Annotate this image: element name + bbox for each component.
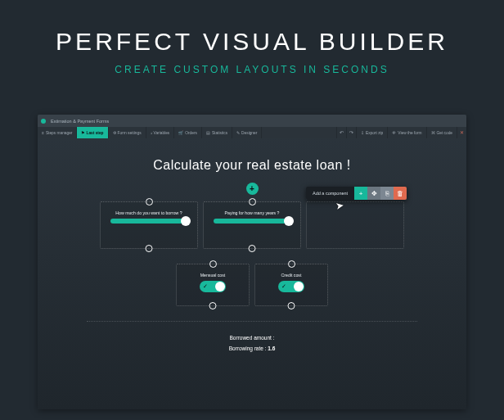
- tab-variables[interactable]: 𝑥Variables: [146, 127, 175, 138]
- divider: [87, 321, 417, 322]
- tab-statistics[interactable]: ▤Statistics: [202, 127, 232, 138]
- port-bottom-icon[interactable]: [249, 245, 256, 252]
- hero-title: PERFECT VISUAL BUILDER: [0, 28, 504, 56]
- popover-delete-button[interactable]: 🗑: [394, 187, 407, 200]
- get-code-button[interactable]: ⌘Get code: [426, 127, 457, 138]
- check-icon: ✓: [281, 283, 286, 290]
- card-borrow-amount[interactable]: How much do you want to borrow ?: [100, 201, 198, 249]
- close-button[interactable]: ✕: [457, 127, 466, 138]
- chart-icon: ▤: [206, 130, 210, 135]
- redo-button[interactable]: ↷: [346, 127, 356, 138]
- port-bottom-icon[interactable]: [288, 302, 295, 309]
- hero-subtitle: CREATE CUSTOM LAYOUTS IN SECONDS: [0, 64, 504, 75]
- tab-form-settings[interactable]: ⚙Form settings: [109, 127, 146, 138]
- eye-icon: 👁: [392, 131, 396, 135]
- summary-rate: Borrowing rate : 1.6: [87, 345, 417, 351]
- row-2: Mensual cost ✓ Credit cost ✓: [87, 264, 417, 306]
- port-top-icon[interactable]: [146, 198, 153, 205]
- toggle-mensual[interactable]: ✓: [200, 281, 226, 292]
- popover-label: Add a component: [306, 187, 354, 200]
- popover-add-button[interactable]: +: [354, 187, 367, 200]
- port-bottom-icon[interactable]: [146, 245, 153, 252]
- app-window: Estimation & Payment Forms ≡Steps manage…: [38, 115, 466, 409]
- popover-move-button[interactable]: ✥: [367, 187, 380, 200]
- port-top-icon[interactable]: [288, 260, 295, 268]
- popover-duplicate-button[interactable]: ⎘: [380, 187, 394, 200]
- drop-target-empty[interactable]: [306, 201, 404, 249]
- port-bottom-icon[interactable]: [209, 302, 217, 309]
- summary-block: Borrowed amount : Borrowing rate : 1.6: [87, 335, 417, 351]
- card-years[interactable]: Paying for how many years ?: [203, 201, 301, 249]
- code-icon: ⌘: [431, 131, 435, 135]
- list-icon: ≡: [42, 130, 44, 135]
- cart-icon: 🛒: [178, 130, 183, 135]
- tab-last-step[interactable]: ⚑Last step: [77, 127, 108, 138]
- port-top-icon[interactable]: [209, 260, 217, 268]
- export-zip-button[interactable]: ⇩Export zip: [356, 127, 387, 138]
- form-heading: Calculate your real estate loan !: [87, 158, 417, 173]
- check-icon: ✓: [203, 283, 208, 290]
- slider-years[interactable]: [214, 219, 290, 224]
- tab-orders[interactable]: 🛒Orders: [174, 127, 202, 138]
- summary-rate-value: 1.6: [268, 345, 275, 351]
- slider-borrow[interactable]: [110, 219, 187, 224]
- titlebar: Estimation & Payment Forms: [38, 115, 466, 127]
- app-logo-icon: [41, 119, 46, 124]
- variable-icon: 𝑥: [151, 130, 152, 136]
- zip-icon: ⇩: [361, 131, 364, 135]
- flag-icon: ⚑: [81, 130, 84, 135]
- gear-icon: ⚙: [113, 130, 116, 135]
- summary-amount: Borrowed amount :: [87, 335, 417, 341]
- add-step-button[interactable]: +: [246, 183, 259, 195]
- tab-steps-manager[interactable]: ≡Steps manager: [38, 127, 77, 138]
- tabbar: ≡Steps manager ⚑Last step ⚙Form settings…: [38, 127, 466, 138]
- toggle-credit[interactable]: ✓: [278, 281, 304, 292]
- view-form-button[interactable]: 👁View the form: [387, 127, 425, 138]
- canvas: Calculate your real estate loan ! + How …: [38, 138, 466, 351]
- tab-designer[interactable]: ✎Designer: [232, 127, 262, 138]
- undo-button[interactable]: ↶: [336, 127, 346, 138]
- card-label: Mensual cost: [200, 273, 226, 278]
- card-credit-cost[interactable]: Credit cost ✓: [254, 264, 328, 306]
- row-1: How much do you want to borrow ? Paying …: [87, 201, 417, 249]
- port-top-icon[interactable]: [249, 198, 256, 205]
- card-label: Paying for how many years ?: [225, 210, 280, 215]
- brush-icon: ✎: [236, 130, 240, 135]
- card-label: Credit cost: [281, 273, 302, 278]
- card-label: How much do you want to borrow ?: [115, 210, 182, 215]
- component-popover: Add a component + ✥ ⎘ 🗑: [306, 187, 407, 200]
- window-title: Estimation & Payment Forms: [51, 119, 109, 124]
- card-mensual-cost[interactable]: Mensual cost ✓: [176, 264, 250, 306]
